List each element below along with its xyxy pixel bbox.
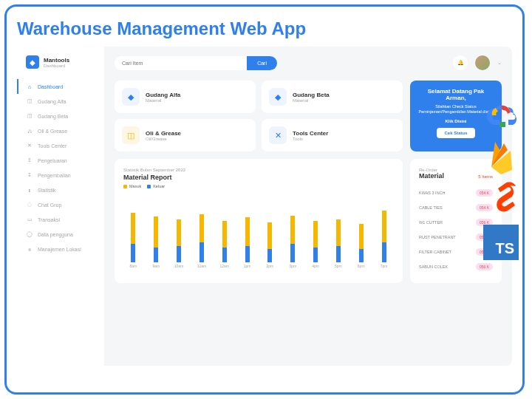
app-logo: ◆ Mantools Dashboard xyxy=(17,55,104,79)
tile-subtitle: Material xyxy=(293,98,330,103)
avatar[interactable] xyxy=(475,55,490,70)
box-icon: ◫ xyxy=(26,98,33,105)
search-input[interactable] xyxy=(115,56,247,70)
report-title: Material Report xyxy=(123,174,394,181)
tile-gudang-beta[interactable]: ◆Gudang BetaMaterial xyxy=(262,81,403,113)
sidebar-item-label: Statistik xyxy=(38,188,56,193)
toolbox-icon: ◆ xyxy=(26,55,39,69)
chat-icon: ◌ xyxy=(26,201,33,208)
sidebar-item-transaksi[interactable]: ▭Transaksi xyxy=(17,212,104,227)
chart-bar: 8am xyxy=(125,213,142,269)
chart-bar: 4pm xyxy=(307,221,324,268)
sidebar-item-pengembalian[interactable]: ↧Pengembalian xyxy=(17,168,104,183)
firebase-icon xyxy=(483,139,519,174)
tile-subtitle: Oil/Grease xyxy=(146,137,181,141)
google-cloud-icon xyxy=(483,96,519,132)
reorder-item: SABUN COLEK056 K xyxy=(419,259,493,274)
page-title: Warehouse Management Web App xyxy=(17,18,512,39)
sidebar-item-gudang-alfa[interactable]: ◫Gudang Alfa xyxy=(17,94,104,109)
svelte-icon xyxy=(483,182,519,217)
sidebar-item-label: Pengembalian xyxy=(38,173,71,178)
reorder-item-badge: 056 K xyxy=(476,263,493,270)
chart-legend: Masuk Keluar xyxy=(123,184,394,188)
document-icon: ▭ xyxy=(26,216,33,223)
drop-icon: 🝆 xyxy=(26,127,33,134)
topbar: Cari 🔔 ⌄ xyxy=(115,55,502,70)
home-icon: ⌂ xyxy=(26,83,33,90)
search-button[interactable]: Cari xyxy=(247,56,277,70)
reorder-item-name: SABUN COLEK xyxy=(419,265,448,269)
tile-title: Gudang Alfa xyxy=(146,92,180,98)
tile-title: Tools Center xyxy=(293,130,328,137)
sidebar-item-label: Transaksi xyxy=(38,217,60,222)
reorder-item: KWAS 3 INCH054 K xyxy=(419,185,493,200)
sidebar-item-tools-center[interactable]: ✕Tools Center xyxy=(17,138,104,153)
sidebar-item-chat-grup[interactable]: ◌Chat Grup xyxy=(17,197,104,212)
notification-icon[interactable]: 🔔 xyxy=(453,55,468,70)
app-subtitle: Dashboard xyxy=(44,64,69,68)
chart-bar: 9am xyxy=(148,216,165,268)
cube-icon: ◆ xyxy=(122,88,140,106)
tile-gudang-alfa[interactable]: ◆Gudang AlfaMaterial xyxy=(115,81,256,113)
sidebar-item-dashboard[interactable]: ⌂Dashboard xyxy=(17,79,104,94)
tile-subtitle: Material xyxy=(146,98,180,103)
sidebar-item-label: Chat Grup xyxy=(38,202,61,208)
sidebar-item-label: Gudang Alfa xyxy=(38,99,66,104)
reorder-item-name: FILTER CABINET xyxy=(419,250,451,254)
reorder-item-name: W1 CUTTER xyxy=(419,220,443,225)
reorder-item: CABLE TIES054 K xyxy=(419,200,493,215)
sidebar-item-statistik[interactable]: ⫾Statistik xyxy=(17,183,104,197)
reorder-item: RUST PENETRANT054 K xyxy=(419,230,493,245)
sidebar-item-label: Manajemen Lokasi xyxy=(38,247,81,252)
main-content: Cari 🔔 ⌄ ◆Gudang AlfaMaterial ◆Gudang Be… xyxy=(104,47,512,366)
chart-bar: 10am xyxy=(171,219,188,269)
app-name: Mantools xyxy=(44,57,69,64)
cube-icon: ◆ xyxy=(269,88,287,106)
sidebar-item-pengeluaran[interactable]: ↥Pengeluaran xyxy=(17,153,104,168)
reorder-item-name: RUST PENETRANT xyxy=(419,235,456,239)
sidebar-item-label: Gudang Beta xyxy=(38,114,68,119)
sidebar-item-manajemen-lokasi[interactable]: ⎈Manajemen Lokasi xyxy=(17,242,104,256)
chart-bar: 5pm xyxy=(330,219,347,269)
tools-icon: ✕ xyxy=(269,126,287,144)
legend-dot-keluar xyxy=(147,185,151,188)
chart-bar: 11am xyxy=(193,214,210,268)
wrench-icon: ✕ xyxy=(26,142,33,149)
tile-oli-grease[interactable]: ◫Oli & GreaseOil/Grease xyxy=(115,119,256,151)
chart-bar: 7pm xyxy=(375,211,392,268)
tile-title: Oli & Grease xyxy=(146,130,181,137)
cek-status-button[interactable]: Cek Status xyxy=(437,128,474,138)
bottle-icon: ◫ xyxy=(122,126,140,144)
pin-icon: ⎈ xyxy=(26,245,33,253)
sidebar: ◆ Mantools Dashboard ⌂Dashboard ◫Gudang … xyxy=(17,47,104,366)
sidebar-item-label: Pengeluaran xyxy=(38,158,67,163)
chart-bar: 3pm xyxy=(284,216,301,268)
report-subtitle: Statistik Bulan September 2022 xyxy=(123,168,394,172)
legend-label: Masuk xyxy=(129,184,141,188)
reorder-item-name: CABLE TIES xyxy=(419,205,443,210)
upload-icon: ↥ xyxy=(26,157,33,164)
legend-label: Keluar xyxy=(153,184,165,188)
legend-dot-masuk xyxy=(123,185,127,188)
sidebar-item-gudang-beta[interactable]: ◫Gudang Beta xyxy=(17,109,104,123)
typescript-icon: TS xyxy=(483,225,519,260)
chart-bar: 6pm xyxy=(352,224,369,268)
techstack-column: TS xyxy=(483,96,519,260)
sidebar-item-oli-grease[interactable]: 🝆Oli & Grease xyxy=(17,123,104,138)
chart-bar: 2pm xyxy=(262,222,279,268)
tile-subtitle: Tools xyxy=(293,137,328,141)
tile-title: Gudang Beta xyxy=(293,92,330,98)
reorder-item: W1 CUTTER056 K xyxy=(419,215,493,230)
reorder-title: Material xyxy=(419,172,444,180)
sidebar-item-data-pengguna[interactable]: ◯Data pengguna xyxy=(17,227,104,242)
tiles-grid: ◆Gudang AlfaMaterial ◆Gudang BetaMateria… xyxy=(115,81,403,151)
sidebar-item-label: Tools Center xyxy=(38,143,66,149)
chart-bar: 1pm xyxy=(239,217,256,268)
chart-bar: 12am xyxy=(216,221,233,268)
chart-icon: ⫾ xyxy=(26,186,33,194)
reorder-item: FILTER CABINET054 K xyxy=(419,245,493,259)
sidebar-item-label: Data pengguna xyxy=(38,232,73,237)
chevron-down-icon[interactable]: ⌄ xyxy=(497,60,502,66)
tile-tools-center[interactable]: ✕Tools CenterTools xyxy=(262,119,403,151)
box-icon: ◫ xyxy=(26,112,33,120)
